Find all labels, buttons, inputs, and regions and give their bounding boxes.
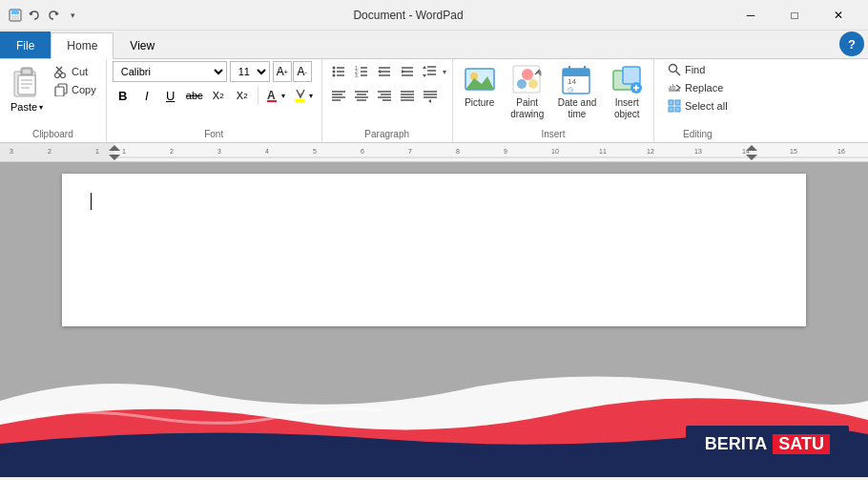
date-time-button[interactable]: 14 ◷ Date andtime xyxy=(554,61,601,122)
copy-button[interactable]: Copy xyxy=(50,81,100,98)
ruler: 1 2 3 4 5 6 7 8 9 10 11 12 13 14 15 16 1… xyxy=(0,143,868,162)
svg-text:2: 2 xyxy=(48,148,52,155)
svg-text:12: 12 xyxy=(647,148,654,155)
svg-rect-20 xyxy=(267,100,277,102)
bold-button[interactable]: B xyxy=(113,85,134,106)
insert-label: Insert xyxy=(541,127,565,142)
window-controls[interactable]: ─ □ ✕ xyxy=(729,0,860,31)
svg-rect-3 xyxy=(17,10,19,13)
svg-rect-96 xyxy=(0,143,868,162)
svg-rect-93 xyxy=(675,100,680,105)
minimize-button[interactable]: ─ xyxy=(729,0,773,31)
paragraph-label: Paragraph xyxy=(364,127,409,142)
svg-text:15: 15 xyxy=(790,148,797,155)
close-button[interactable]: ✕ xyxy=(816,0,860,31)
italic-button[interactable]: I xyxy=(136,85,157,106)
save-icon[interactable] xyxy=(8,8,23,23)
replace-button[interactable]: ab Replace xyxy=(664,79,727,96)
line-spacing-button[interactable] xyxy=(420,61,441,82)
insert-object-icon xyxy=(610,63,644,97)
align-right-button[interactable] xyxy=(374,85,395,106)
svg-text:1: 1 xyxy=(95,148,99,155)
date-time-icon: 14 ◷ xyxy=(560,63,594,97)
align-center-button[interactable] xyxy=(351,85,372,106)
undo-icon[interactable] xyxy=(27,8,42,23)
tab-bar: File Home View ? xyxy=(0,31,868,59)
select-all-button[interactable]: Select all xyxy=(664,97,732,115)
svg-text:2: 2 xyxy=(170,148,174,155)
clipboard-label: Clipboard xyxy=(32,127,73,142)
svg-point-25 xyxy=(332,71,335,73)
font-color-button[interactable]: A ▾ xyxy=(263,85,288,106)
underline-button[interactable]: U xyxy=(160,85,181,106)
decrease-indent-button[interactable] xyxy=(374,61,395,82)
svg-point-27 xyxy=(332,74,335,77)
insert-object-button[interactable]: Insertobject xyxy=(606,61,648,122)
svg-marker-47 xyxy=(423,74,426,77)
paste-icon xyxy=(10,63,44,101)
paint-drawing-button[interactable]: Paintdrawing xyxy=(506,61,548,122)
separator1 xyxy=(258,86,258,105)
insert-group: Picture Paintdrawing xyxy=(453,59,655,142)
svg-rect-95 xyxy=(675,107,680,112)
tab-file[interactable]: File xyxy=(0,31,51,58)
find-button[interactable]: Find xyxy=(664,61,709,78)
increase-font-size-button[interactable]: A+ xyxy=(273,61,292,82)
quick-access-toolbar[interactable]: ▾ xyxy=(8,8,80,23)
highlight-color-button[interactable]: ▾ xyxy=(291,85,316,106)
svg-text:11: 11 xyxy=(599,148,607,155)
berita-text: BERITA xyxy=(705,434,768,454)
help-icon[interactable]: ? xyxy=(839,31,864,56)
svg-text:◷: ◷ xyxy=(568,86,573,93)
svg-text:6: 6 xyxy=(361,148,364,155)
redo-icon[interactable] xyxy=(46,8,61,23)
editing-label: Editing xyxy=(683,127,713,142)
bullets-button[interactable] xyxy=(328,61,349,82)
svg-text:4: 4 xyxy=(265,148,269,155)
svg-text:1: 1 xyxy=(122,148,126,155)
increase-indent-button[interactable] xyxy=(397,61,418,82)
svg-point-74 xyxy=(528,79,538,89)
paste-dropdown-icon[interactable]: ▾ xyxy=(39,103,43,112)
svg-marker-46 xyxy=(423,66,426,69)
font-size-select[interactable]: 11 xyxy=(230,61,270,82)
paragraph-row1: 1. 2. 3. xyxy=(328,61,446,82)
insert-object-label: Insertobject xyxy=(614,97,640,120)
svg-point-73 xyxy=(517,79,527,89)
svg-rect-18 xyxy=(55,87,64,96)
svg-marker-38 xyxy=(378,70,381,73)
svg-text:8: 8 xyxy=(456,148,460,155)
svg-rect-78 xyxy=(563,73,589,76)
svg-line-89 xyxy=(675,72,680,76)
cut-icon xyxy=(53,64,69,79)
subscript-button[interactable]: X2 xyxy=(208,85,229,106)
superscript-button[interactable]: X2 xyxy=(232,85,253,106)
decrease-font-size-button[interactable]: A- xyxy=(293,61,312,82)
cut-button[interactable]: Cut xyxy=(50,63,100,80)
clipboard-group: Paste ▾ Cut xyxy=(0,59,107,142)
svg-rect-8 xyxy=(23,70,31,73)
tab-view[interactable]: View xyxy=(114,31,171,58)
numbering-button[interactable]: 1. 2. 3. xyxy=(351,61,372,82)
para-spacing-dropdown[interactable]: ▾ xyxy=(443,68,446,76)
align-right-rtl-button[interactable] xyxy=(420,85,441,106)
picture-button[interactable]: Picture xyxy=(459,61,501,111)
svg-text:16: 16 xyxy=(837,148,845,155)
ribbon: Paste ▾ Cut xyxy=(0,59,868,143)
justify-button[interactable] xyxy=(397,85,418,106)
customize-qat-icon[interactable]: ▾ xyxy=(65,8,80,23)
paste-button[interactable]: Paste ▾ xyxy=(6,61,48,115)
svg-point-23 xyxy=(332,67,335,70)
maximize-button[interactable]: □ xyxy=(773,0,816,31)
picture-icon xyxy=(463,63,497,97)
align-left-button[interactable] xyxy=(328,85,349,106)
document-page[interactable] xyxy=(62,174,806,326)
svg-rect-92 xyxy=(669,100,673,105)
paint-drawing-icon xyxy=(510,63,545,97)
font-label: Font xyxy=(204,127,223,142)
strikethrough-button[interactable]: abc xyxy=(184,85,205,106)
document-area[interactable] xyxy=(0,162,868,372)
svg-marker-67 xyxy=(428,99,431,103)
font-family-select[interactable]: Calibri xyxy=(113,61,227,82)
tab-home[interactable]: Home xyxy=(51,32,114,59)
